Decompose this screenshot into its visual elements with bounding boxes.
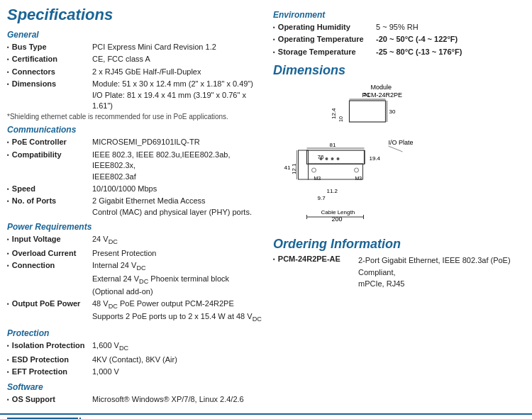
spec-value-connection: Internal 24 VDCExternal 24 VDC Phoenix t… — [92, 260, 262, 296]
main-content: Specifications General Bus Type PCI Expr… — [0, 0, 532, 409]
svg-point-18 — [320, 157, 323, 160]
svg-text:Cable Length: Cable Length — [321, 209, 355, 216]
spec-value-bus-type: PCI Express Mini Card Revision 1.2 — [92, 42, 262, 52]
spec-label-dimensions: Dimensions — [7, 79, 92, 111]
svg-line-10 — [389, 146, 403, 152]
spec-value-op-temp: -20 ~ 50°C (-4 ~ 122°F) — [376, 34, 525, 45]
spec-row-dimensions: Dimensions Module: 51 x 30 x 12.4 mm (2"… — [7, 79, 262, 111]
section-dimensions: Dimensions Module PCM-24R2PE 51 — [273, 63, 525, 231]
spec-row-overload-current: Overload Current Present Protection — [7, 248, 262, 259]
spec-value-poe-controller: MICROSEMI_PD69101ILQ-TR — [92, 137, 262, 147]
spec-value-os: Microsoft® Windows® XP/7/8, Linux 2.4/2.… — [92, 394, 262, 405]
svg-text:12.4: 12.4 — [331, 108, 337, 119]
svg-text:30: 30 — [389, 108, 396, 115]
svg-text:I/O Plate: I/O Plate — [389, 139, 414, 146]
spec-value-overload-current: Present Protection — [92, 248, 262, 259]
spec-row-isolation: Isolation Protection 1,600 VDC — [7, 340, 262, 353]
section-power: Power Requirements Input Voltage 24 VDC … — [7, 222, 262, 324]
right-column: Environment Operating Humidity 5 ~ 95% R… — [270, 6, 525, 409]
general-note: *Shielding ethernet cable is recommended… — [7, 113, 262, 121]
section-general-heading: General — [7, 30, 262, 40]
spec-value-isolation: 1,600 VDC — [92, 340, 262, 353]
svg-text:9.7: 9.7 — [318, 195, 326, 201]
svg-point-21 — [337, 157, 340, 160]
spec-label-poe-controller: PoE Controller — [7, 137, 92, 147]
spec-label-isolation: Isolation Protection — [7, 340, 92, 353]
spec-label-output-poe: Output PoE Power — [7, 298, 92, 324]
svg-text:12.1: 12.1 — [291, 163, 297, 174]
section-power-heading: Power Requirements — [7, 222, 262, 232]
section-protection: Protection Isolation Protection 1,600 VD… — [7, 328, 262, 378]
spec-row-storage-temp: Storage Temperature -25 ~ 80°C (-13 ~ 17… — [273, 47, 525, 57]
section-environment: Environment Operating Humidity 5 ~ 95% R… — [273, 10, 525, 57]
left-column: Specifications General Bus Type PCI Expr… — [7, 6, 270, 409]
section-software: Software OS Support Microsoft® Windows® … — [7, 382, 262, 405]
section-general: General Bus Type PCI Express Mini Card R… — [7, 30, 262, 121]
svg-text:M3: M3 — [314, 176, 321, 181]
spec-value-dimensions: Module: 51 x 30 x 12.4 mm (2" x 1.18" x … — [92, 79, 262, 111]
spec-label-os: OS Support — [7, 394, 92, 405]
spec-value-output-poe: 48 VDC PoE Power output PCM-24R2PESuppor… — [92, 298, 262, 324]
section-protection-heading: Protection — [7, 328, 262, 338]
svg-text:10: 10 — [338, 116, 343, 122]
svg-point-25 — [312, 168, 316, 172]
section-software-heading: Software — [7, 382, 262, 392]
spec-label-storage-temp: Storage Temperature — [273, 47, 376, 57]
footer-bar: AD|ANTECH iDoor Technology Modules All p… — [0, 413, 532, 419]
svg-point-27 — [355, 168, 359, 172]
spec-value-eft: 1,000 V — [92, 367, 262, 377]
spec-label-connectors: Connectors — [7, 67, 92, 77]
page-wrapper: Specifications General Bus Type PCI Expr… — [0, 0, 532, 419]
spec-label-input-voltage: Input Voltage — [7, 234, 92, 247]
spec-value-input-voltage: 24 VDC — [92, 234, 262, 247]
spec-row-esd: ESD Protection 4KV (Contact), 8KV (Air) — [7, 354, 262, 365]
spec-row-compatibility: Compatibility IEEE 802.3, IEEE 802.3u,IE… — [7, 150, 262, 182]
svg-text:81: 81 — [330, 142, 336, 148]
dimensions-diagram: Module PCM-24R2PE 51 30 12.4 10 — [273, 81, 525, 231]
spec-row-output-poe: Output PoE Power 48 VDC PoE Power output… — [7, 298, 262, 324]
spec-value-certification: CE, FCC class A — [92, 54, 262, 65]
spec-value-speed: 10/100/1000 Mbps — [92, 184, 262, 194]
section-communications-heading: Communications — [7, 125, 262, 135]
ordering-label-pcm: PCM-24R2PE-AE — [273, 255, 358, 290]
spec-label-speed: Speed — [7, 184, 92, 194]
ordering-row-pcm: PCM-24R2PE-AE 2-Port Gigabit Ethernet, I… — [273, 255, 525, 290]
spec-label-humidity: Operating Humidity — [273, 22, 376, 33]
section-communications: Communications PoE Controller MICROSEMI_… — [7, 125, 262, 218]
spec-value-humidity: 5 ~ 95% RH — [376, 22, 525, 33]
spec-label-esd: ESD Protection — [7, 354, 92, 365]
spec-row-op-temp: Operating Temperature -20 ~ 50°C (-4 ~ 1… — [273, 34, 525, 45]
svg-rect-2 — [350, 101, 386, 122]
spec-value-compatibility: IEEE 802.3, IEEE 802.3u,IEEE802.3ab, IEE… — [92, 150, 262, 182]
spec-row-poe-controller: PoE Controller MICROSEMI_PD69101ILQ-TR — [7, 137, 262, 147]
spec-row-connectors: Connectors 2 x RJ45 GbE Half-/Full-Duple… — [7, 67, 262, 77]
spec-label-connection: Connection — [7, 260, 92, 296]
spec-label-eft: EFT Protection — [7, 367, 92, 377]
spec-row-bus-type: Bus Type PCI Express Mini Card Revision … — [7, 42, 262, 52]
spec-value-connectors: 2 x RJ45 GbE Half-/Full-Duplex — [92, 67, 262, 77]
svg-text:Module: Module — [371, 84, 392, 91]
spec-row-humidity: Operating Humidity 5 ~ 95% RH — [273, 22, 525, 33]
spec-row-eft: EFT Protection 1,000 V — [7, 367, 262, 377]
svg-text:19.4: 19.4 — [370, 155, 381, 162]
spec-row-connection: Connection Internal 24 VDCExternal 24 VD… — [7, 260, 262, 296]
ordering-heading: Ordering Information — [273, 237, 525, 252]
spec-label-bus-type: Bus Type — [7, 42, 92, 52]
svg-rect-11 — [307, 150, 365, 164]
spec-value-esd: 4KV (Contact), 8KV (Air) — [92, 354, 262, 365]
svg-point-20 — [331, 157, 334, 160]
svg-text:51: 51 — [364, 91, 370, 98]
dimensions-heading: Dimensions — [273, 63, 525, 78]
ordering-value-pcm: 2-Port Gigabit Ethernet, IEEE 802.3af (P… — [358, 255, 525, 290]
spec-row-input-voltage: Input Voltage 24 VDC — [7, 234, 262, 247]
spec-label-overload-current: Overload Current — [7, 248, 92, 259]
spec-label-op-temp: Operating Temperature — [273, 34, 376, 45]
section-environment-heading: Environment — [273, 10, 525, 20]
svg-text:M3: M3 — [355, 176, 362, 181]
spec-label-compatibility: Compatibility — [7, 150, 92, 182]
spec-row-certification: Certification CE, FCC class A — [7, 54, 262, 65]
spec-row-speed: Speed 10/100/1000 Mbps — [7, 184, 262, 194]
spec-label-ports: No. of Ports — [7, 196, 92, 218]
page-title: Specifications — [7, 6, 262, 24]
svg-point-19 — [326, 157, 328, 160]
